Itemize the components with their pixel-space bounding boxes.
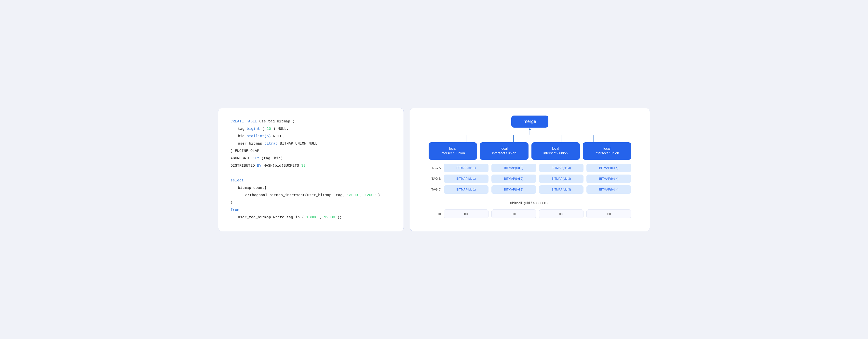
- bitmap-a2: BITMAP(bid 2): [491, 164, 536, 172]
- code-blank: [230, 170, 391, 177]
- code-close-brace: }: [230, 199, 391, 206]
- code-orthogonal: orthogonal bitmap_intersect(user_bitmap,…: [230, 192, 391, 199]
- code-line-2: tag bigint ( 20 ) NULL,: [230, 125, 391, 133]
- bid-cell-4: bid: [586, 209, 631, 218]
- bitmap-a3: BITMAP(bid 3): [539, 164, 584, 172]
- bitmap-a4: BITMAP(bid 4): [586, 164, 631, 172]
- bitmap-grid: TAG A BITMAP(bid 1) BITMAP(bid 2) BITMAP…: [429, 164, 631, 196]
- arrows-svg: [429, 128, 631, 142]
- bid-cell-2: bid: [491, 209, 536, 218]
- code-line-5: ) ENGINE=OLAP: [230, 147, 391, 155]
- bitmap-b1: BITMAP(bid 1): [444, 174, 489, 183]
- local-nodes-row: localintersect / union localintersect / …: [429, 142, 631, 160]
- bitmap-a1: BITMAP(bid 1): [444, 164, 489, 172]
- bitmap-b3: BITMAP(bid 3): [539, 174, 584, 183]
- local-node-1: localintersect / union: [429, 142, 477, 160]
- code-line-3: bid smallint(5) NULL，: [230, 133, 391, 140]
- grid-row-tag-c: TAG C BITMAP(bid 1) BITMAP(bid 2) BITMAP…: [429, 186, 631, 194]
- code-from: from: [230, 206, 391, 214]
- uid-formula: uid=ceil（uid / 4000000）: [510, 201, 550, 205]
- uid-label: uid: [429, 212, 441, 216]
- svg-marker-6: [529, 128, 531, 130]
- bitmap-c1: BITMAP(bid 1): [444, 186, 489, 194]
- bitmap-b2: BITMAP(bid 2): [491, 174, 536, 183]
- bitmap-c4: BITMAP(bid 4): [586, 186, 631, 194]
- code-where: user_tag_birmap where tag in ( 13000 , 1…: [230, 214, 391, 221]
- uid-bid-row: uid bid bid bid bid: [429, 209, 631, 218]
- code-line-7: DISTRIBUTED BY HASH(bid)BUCKETS 32: [230, 162, 391, 170]
- bid-cell-3: bid: [539, 209, 584, 218]
- right-panel: merge localintersect / union localinters…: [410, 108, 650, 231]
- code-select: select: [230, 177, 391, 185]
- main-container: CREATE TABLE use_tag_bitmap ( tag bigint…: [218, 108, 650, 231]
- local-node-2: localintersect / union: [480, 142, 528, 160]
- bitmap-c2: BITMAP(bid 2): [491, 186, 536, 194]
- code-line-6: AGGREGATE KEY (tag，bid): [230, 155, 391, 162]
- code-line-4: user_bitmap bitmap BITMAP_UNION NULL: [230, 140, 391, 147]
- row-label-c: TAG C: [429, 188, 441, 191]
- row-label-a: TAG A: [429, 166, 441, 170]
- grid-row-tag-a: TAG A BITMAP(bid 1) BITMAP(bid 2) BITMAP…: [429, 164, 631, 172]
- code-bitmap-count: bitmap_count{: [230, 185, 391, 192]
- code-line-1: CREATE TABLE use_tag_bitmap (: [230, 118, 391, 125]
- keyword-create-table: CREATE TABLE: [230, 119, 257, 124]
- bitmap-b4: BITMAP(bid 4): [586, 174, 631, 183]
- grid-row-tag-b: TAG B BITMAP(bid 1) BITMAP(bid 2) BITMAP…: [429, 174, 631, 183]
- local-node-4: localintersect / union: [583, 142, 631, 160]
- row-label-b: TAG B: [429, 177, 441, 180]
- bitmap-c3: BITMAP(bid 3): [539, 186, 584, 194]
- bid-cell-1: bid: [444, 209, 489, 218]
- merge-node: merge: [511, 116, 548, 128]
- left-panel: CREATE TABLE use_tag_bitmap ( tag bigint…: [218, 108, 404, 231]
- merge-label: merge: [524, 119, 536, 124]
- code-table-name: use_tag_bitmap (: [259, 119, 294, 124]
- local-node-3: localintersect / union: [531, 142, 580, 160]
